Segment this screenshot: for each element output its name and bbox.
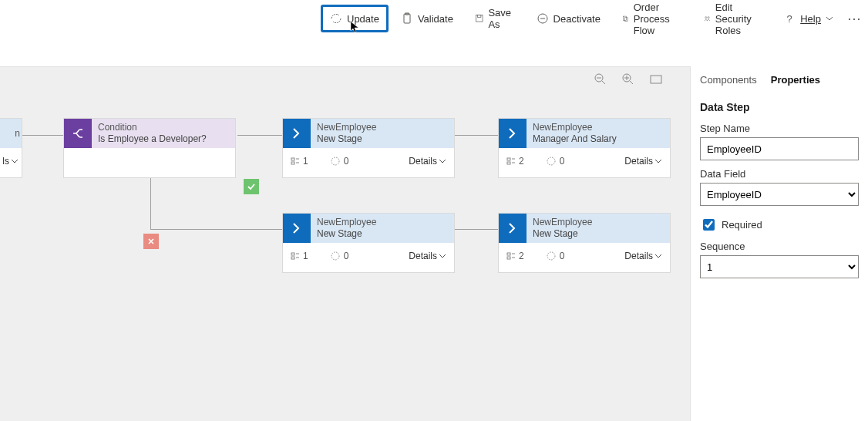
stage-card-partial[interactable]: n ls [0, 118, 22, 178]
process-flow-canvas[interactable]: n ls Condition Is Employee a Developer? [0, 66, 690, 421]
mouse-cursor-icon [350, 21, 359, 33]
edit-security-roles-button[interactable]: Edit Security Roles [696, 6, 769, 31]
save-as-button[interactable]: Save As [467, 6, 523, 31]
condition-title: Condition [98, 122, 229, 133]
details-toggle[interactable]: Details [409, 156, 446, 167]
order-process-flow-button[interactable]: Order Process Flow [614, 6, 690, 31]
stage-icon [499, 119, 527, 148]
steps-count: 2 [506, 251, 524, 261]
details-partial[interactable]: ls [2, 156, 19, 167]
svg-rect-16 [291, 257, 294, 259]
svg-rect-3 [477, 15, 480, 18]
step-name-label: Step Name [700, 123, 859, 134]
step-name-input[interactable] [700, 137, 859, 160]
stage3-title: NewEmployee [317, 217, 448, 228]
stage2-title: NewEmployee [533, 122, 664, 133]
condition-subtitle: Is Employee a Developer? [98, 133, 229, 145]
connector [150, 229, 282, 230]
svg-point-8 [708, 16, 709, 18]
svg-rect-12 [507, 158, 510, 160]
tab-components[interactable]: Components [700, 72, 757, 87]
details-toggle[interactable]: Details [624, 251, 662, 261]
stage4-title: NewEmployee [533, 217, 664, 228]
connector [455, 229, 498, 230]
stage1-title: NewEmployee [317, 122, 448, 133]
details-toggle[interactable]: Details [409, 251, 446, 261]
zoom-controls [594, 72, 663, 86]
stage-card-3[interactable]: NewEmployee New Stage 1 0 Details [282, 213, 455, 273]
chevron-down-icon [826, 13, 833, 25]
toolbar: Update Validate Save As Deactivate Order… [0, 0, 868, 37]
svg-rect-10 [291, 162, 294, 164]
data-field-select[interactable]: EmployeeID [700, 183, 859, 206]
clipboard-icon [401, 12, 413, 25]
help-button[interactable]: ? Help [775, 6, 841, 31]
svg-rect-23 [651, 76, 661, 83]
svg-rect-13 [507, 162, 510, 164]
steps-count: 1 [291, 156, 308, 167]
data-field-label: Data Field [700, 168, 859, 180]
required-checkbox[interactable] [703, 219, 715, 231]
svg-point-14 [547, 157, 555, 165]
svg-rect-19 [507, 257, 510, 259]
connector [455, 135, 498, 136]
svg-point-20 [547, 252, 555, 260]
save-as-label: Save As [488, 7, 514, 30]
stage2-subtitle: Manager And Salary [533, 133, 664, 145]
trigger-count: 0 [546, 251, 565, 261]
svg-point-7 [705, 16, 707, 18]
condition-false-badge [143, 234, 159, 249]
trigger-count: 0 [330, 251, 349, 261]
svg-rect-2 [476, 15, 483, 22]
stage1-subtitle: New Stage [317, 133, 448, 145]
deactivate-icon [537, 12, 549, 25]
svg-rect-0 [404, 14, 410, 23]
sequence-select[interactable]: 1 [700, 255, 859, 278]
properties-panel: Components Properties Data Step Step Nam… [690, 66, 868, 421]
zoom-in-icon[interactable] [621, 72, 635, 86]
condition-true-badge [244, 179, 259, 194]
condition-card[interactable]: Condition Is Employee a Developer? [63, 118, 236, 178]
more-button[interactable]: ⋯ [841, 10, 868, 27]
refresh-icon [330, 12, 342, 25]
trigger-count: 0 [546, 156, 565, 167]
steps-count: 2 [506, 156, 524, 167]
svg-rect-9 [291, 158, 294, 160]
fit-canvas-icon[interactable] [649, 72, 663, 86]
deactivate-button[interactable]: Deactivate [529, 6, 608, 31]
edit-roles-label: Edit Security Roles [715, 2, 762, 36]
order-label: Order Process Flow [634, 2, 682, 36]
stage-icon [283, 119, 311, 148]
order-icon [622, 12, 629, 25]
svg-point-17 [331, 252, 339, 260]
stage3-subtitle: New Stage [317, 228, 448, 240]
svg-rect-15 [291, 253, 294, 255]
details-toggle[interactable]: Details [624, 156, 662, 167]
svg-rect-18 [507, 253, 510, 255]
help-label: Help [800, 13, 821, 25]
trigger-count: 0 [330, 156, 349, 167]
deactivate-label: Deactivate [553, 13, 601, 25]
stage-icon [283, 214, 311, 243]
connector [237, 135, 282, 136]
validate-button[interactable]: Validate [393, 6, 461, 31]
partial-text: n [5, 128, 20, 140]
stage-card-2[interactable]: NewEmployee Manager And Salary 2 0 Detai… [498, 118, 671, 178]
stage4-subtitle: New Stage [533, 228, 664, 240]
zoom-out-icon[interactable] [594, 72, 607, 86]
required-label: Required [722, 219, 762, 231]
stage-icon [499, 214, 527, 243]
svg-point-11 [331, 157, 339, 165]
help-icon: ? [783, 12, 796, 25]
condition-icon [64, 119, 92, 148]
stage-card-1[interactable]: NewEmployee New Stage 1 0 Details [282, 118, 455, 178]
steps-count: 1 [291, 251, 308, 261]
roles-icon [704, 12, 711, 25]
save-icon [475, 12, 483, 25]
tab-properties[interactable]: Properties [771, 72, 820, 87]
validate-label: Validate [418, 13, 453, 25]
connector [150, 177, 151, 229]
section-title: Data Step [700, 101, 859, 113]
sequence-label: Sequence [700, 241, 859, 252]
stage-card-4[interactable]: NewEmployee New Stage 2 0 Details [498, 213, 671, 273]
